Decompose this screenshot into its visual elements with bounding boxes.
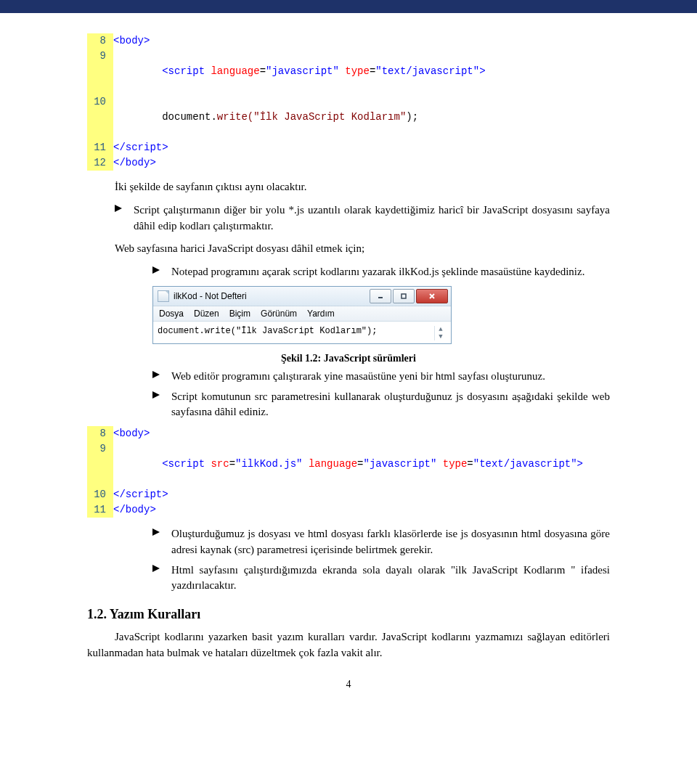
- bullet-item: Html sayfasını çalıştırdığımızda ekranda…: [152, 563, 610, 595]
- line-number: 9: [87, 441, 113, 487]
- bullet-text: Script komutunun src parametresini kulla…: [171, 389, 610, 421]
- code-token: =: [260, 65, 266, 77]
- code-token: "javascript": [266, 65, 339, 77]
- bullet-item: Oluşturduğumuz js dosyası ve html dosyas…: [152, 526, 610, 558]
- page-number: 4: [87, 679, 610, 690]
- code-line: 8 <body>: [87, 426, 610, 441]
- code-line: 12 </body>: [87, 155, 610, 171]
- code-line: 8 <body>: [87, 33, 610, 49]
- line-number: 12: [87, 155, 113, 171]
- bullet-text: Oluşturduğumuz js dosyası ve html dosyas…: [171, 526, 610, 558]
- svg-marker-7: [152, 391, 160, 399]
- notepad-window: ilkKod - Not Defteri Dosya Düzen Biçim G…: [152, 286, 452, 344]
- svg-marker-9: [152, 565, 160, 572]
- code-token: </script>: [113, 489, 168, 500]
- minimize-button[interactable]: [370, 289, 391, 303]
- code-line: 9 <script language="javascript" type="te…: [87, 49, 610, 94]
- menu-item[interactable]: Görünüm: [261, 309, 297, 319]
- code-token: .: [211, 111, 216, 123]
- code-token: type: [345, 65, 370, 77]
- code-token: "text/javascript": [473, 458, 577, 470]
- paragraph: Web sayfasına harici JavaScript dosyası …: [87, 241, 610, 257]
- code-token: "javascript": [364, 458, 437, 470]
- svg-marker-8: [152, 528, 160, 536]
- bullet-icon: [115, 203, 122, 234]
- line-number: 8: [87, 426, 113, 441]
- close-button[interactable]: [416, 289, 448, 303]
- code-token: "İlk JavaScript Kodlarım": [253, 111, 406, 123]
- menu-item[interactable]: Yardım: [307, 309, 335, 319]
- bullet-icon: [152, 264, 160, 280]
- editor-body[interactable]: document.write("İlk JavaScript Kodlarım"…: [153, 322, 451, 343]
- code-sample-1: 8 <body> 9 <script language="javascript"…: [87, 33, 610, 171]
- notepad-figure: ilkKod - Not Defteri Dosya Düzen Biçim G…: [152, 286, 610, 344]
- svg-marker-0: [115, 205, 122, 212]
- code-token: write(: [217, 111, 253, 123]
- code-line: 11 </body>: [87, 502, 610, 518]
- line-number: 11: [87, 140, 113, 155]
- code-token: </body>: [113, 157, 156, 168]
- bullet-text: Notepad programını açarak script kodları…: [171, 264, 610, 280]
- bullet-item: Script komutunun src parametresini kulla…: [152, 389, 610, 421]
- code-line: 10 </script>: [87, 487, 610, 502]
- code-token: </script>: [113, 142, 168, 153]
- bullet-item: Script çalıştırmanın diğer bir yolu *.js…: [115, 203, 610, 234]
- code-token: );: [406, 111, 418, 123]
- line-number: 10: [87, 487, 113, 502]
- code-token: "ilkKod.js": [235, 458, 302, 470]
- line-number: 8: [87, 33, 113, 49]
- line-number: 9: [87, 49, 113, 94]
- editor-text: document.write("İlk JavaScript Kodlarım"…: [158, 326, 434, 340]
- scrollbar[interactable]: ▲ ▼: [434, 326, 447, 340]
- code-sample-2: 8 <body> 9 <script src="ilkKod.js" langu…: [87, 426, 610, 518]
- bullet-icon: [152, 389, 160, 421]
- bullet-item: Web editör programını çalıştırarak yine …: [152, 369, 610, 385]
- code-token: type: [443, 458, 468, 470]
- figure-caption: Şekil 1.2: JavaScript sürümleri: [87, 353, 610, 364]
- svg-marker-6: [152, 371, 160, 378]
- document-body: 8 <body> 9 <script language="javascript"…: [0, 13, 697, 705]
- code-token: >: [479, 65, 485, 77]
- bullet-icon: [152, 563, 160, 595]
- code-token: </body>: [113, 504, 156, 515]
- code-token: "text/javascript": [375, 65, 479, 77]
- paragraph: İki şekilde de sayfanın çıktısı aynı ola…: [87, 179, 610, 195]
- menubar: Dosya Düzen Biçim Görünüm Yardım: [153, 306, 451, 322]
- paragraph: JavaScript kodlarını yazarken basit yazı…: [87, 629, 610, 661]
- maximize-button[interactable]: [393, 289, 415, 303]
- bullet-item: Notepad programını açarak script kodları…: [152, 264, 610, 280]
- menu-item[interactable]: Dosya: [159, 309, 184, 319]
- titlebar: ilkKod - Not Defteri: [153, 287, 451, 306]
- bullet-text: Html sayfasını çalıştırdığımızda ekranda…: [171, 563, 610, 595]
- top-band: [0, 0, 697, 13]
- code-token: <body>: [113, 35, 150, 46]
- menu-item[interactable]: Düzen: [194, 309, 219, 319]
- scroll-down-icon[interactable]: ▼: [435, 333, 447, 340]
- code-token: <script: [162, 458, 211, 470]
- code-line: 9 <script src="ilkKod.js" language="java…: [87, 441, 610, 487]
- line-number: 11: [87, 502, 113, 518]
- bullet-text: Script çalıştırmanın diğer bir yolu *.js…: [134, 203, 610, 234]
- bullet-text: Web editör programını çalıştırarak yine …: [171, 369, 610, 385]
- bullet-icon: [152, 526, 160, 558]
- section-heading: 1.2. Yazım Kuralları: [87, 607, 610, 622]
- code-token: document: [162, 111, 211, 123]
- svg-marker-1: [152, 266, 160, 274]
- notepad-icon: [158, 290, 169, 302]
- scroll-up-icon[interactable]: ▲: [435, 326, 447, 333]
- code-line: 11 </script>: [87, 140, 610, 155]
- code-token: <script: [162, 65, 211, 77]
- svg-rect-3: [402, 294, 406, 298]
- code-token: >: [577, 458, 583, 470]
- menu-item[interactable]: Biçim: [229, 309, 250, 319]
- code-line: 10 document.write("İlk JavaScript Kodlar…: [87, 94, 610, 140]
- line-number: 10: [87, 94, 113, 140]
- code-token: src: [211, 458, 229, 470]
- code-token: <body>: [113, 428, 150, 439]
- code-token: language: [309, 458, 357, 470]
- bullet-icon: [152, 369, 160, 385]
- window-title: ilkKod - Not Defteri: [174, 291, 247, 301]
- code-token: language: [211, 65, 259, 77]
